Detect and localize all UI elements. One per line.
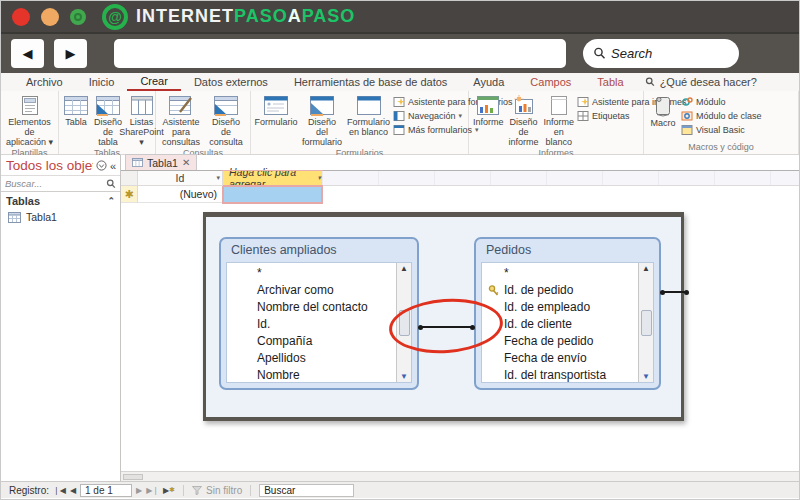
primary-key-icon: [488, 284, 501, 297]
collapse-group-icon[interactable]: ⌃: [107, 196, 115, 206]
field-row[interactable]: Compañía: [227, 333, 396, 350]
application-parts-button[interactable]: Elementos de aplicación ▾: [3, 93, 56, 147]
field-row[interactable]: Apellidos: [227, 350, 396, 367]
document-tab-strip: Tabla1 ✕: [121, 155, 799, 171]
query-wizard-button[interactable]: Asistente para consultas: [158, 93, 204, 147]
scrollbar-thumb[interactable]: [641, 310, 652, 336]
last-record-button[interactable]: ▶❘: [146, 486, 159, 495]
tab-tabla[interactable]: Tabla: [584, 73, 636, 91]
macro-button[interactable]: Macro: [646, 93, 680, 128]
maximize-window-icon[interactable]: [70, 9, 86, 25]
new-record-button[interactable]: ▶✱: [163, 486, 175, 495]
minimize-window-icon[interactable]: [41, 8, 59, 26]
back-button[interactable]: ◀: [11, 39, 44, 68]
horizontal-scrollbar[interactable]: [121, 471, 799, 481]
scrollbar-thumb[interactable]: [123, 474, 143, 480]
column-header-id[interactable]: Id ▾: [138, 171, 223, 186]
new-record-selector[interactable]: ✱: [121, 186, 138, 203]
tab-herramientas[interactable]: Herramientas de base de datos: [281, 73, 460, 91]
scroll-up-icon[interactable]: ▲: [400, 264, 408, 273]
scroll-down-icon[interactable]: ▼: [642, 372, 650, 381]
query-design-button[interactable]: Diseño de consulta: [205, 93, 247, 147]
report-design-button[interactable]: Diseño de informe: [507, 93, 541, 147]
report-design-label: Diseño de informe: [509, 117, 539, 147]
field-row[interactable]: Id.: [227, 316, 396, 333]
next-record-button[interactable]: ▶: [136, 486, 142, 495]
tell-me-search[interactable]: ¿Qué desea hacer?: [645, 76, 757, 88]
dropdown-caret-icon[interactable]: ▾: [317, 174, 321, 182]
labels-icon: [577, 110, 589, 122]
scroll-down-icon[interactable]: ▼: [400, 372, 408, 381]
relationship-diagram-image: Clientes ampliados * Archivar como Nombr…: [203, 212, 684, 421]
field-row[interactable]: *: [482, 265, 638, 282]
blank-form-button[interactable]: Formulario en blanco: [345, 93, 392, 137]
module-icon: [681, 96, 693, 108]
previous-record-button[interactable]: ◀: [70, 486, 76, 495]
pane-menu-icon[interactable]: [96, 160, 107, 171]
diagram-table-pedidos-title: Pedidos: [476, 239, 659, 261]
form-design-button[interactable]: Diseño del formulario: [300, 93, 344, 147]
column-header-add-field[interactable]: Haga clic para agregar ▾: [223, 171, 322, 186]
brand-title: INTERNETPASOAPASO: [136, 6, 355, 27]
id-cell-new[interactable]: (Nuevo): [138, 186, 223, 203]
separator: [250, 485, 251, 496]
field-row[interactable]: Fecha de envío: [482, 350, 638, 367]
tab-campos[interactable]: Campos: [517, 73, 584, 91]
address-bar-input[interactable]: [114, 39, 566, 68]
tab-datos-externos[interactable]: Datos externos: [181, 73, 281, 91]
forward-button[interactable]: ▶: [54, 39, 87, 68]
query-wizard-icon: [168, 95, 194, 116]
field-row[interactable]: Id. del transportista: [482, 367, 638, 382]
table-label: Tabla: [65, 117, 87, 127]
close-tab-icon[interactable]: ✕: [182, 157, 190, 168]
navigation-search[interactable]: Buscar...: [1, 175, 120, 192]
record-position-box[interactable]: 1 de 1: [80, 484, 132, 497]
table-icon: [63, 95, 89, 116]
field-row[interactable]: Id. de cliente: [482, 316, 638, 333]
close-window-icon[interactable]: [12, 8, 30, 26]
field-row[interactable]: Id. de pedido: [482, 282, 638, 299]
pedidos-scrollbar[interactable]: ▲ ▼: [638, 263, 653, 382]
record-search-input[interactable]: Buscar: [259, 484, 354, 497]
class-module-button[interactable]: Módulo de clase: [681, 110, 762, 122]
field-row[interactable]: *: [227, 265, 396, 282]
select-all-cell[interactable]: [121, 171, 138, 186]
nav-item-tabla1[interactable]: Tabla1: [1, 209, 120, 225]
form-design-label: Diseño del formulario: [302, 117, 342, 147]
tab-inicio[interactable]: Inicio: [76, 73, 128, 91]
table-button[interactable]: Tabla: [61, 93, 91, 127]
dropdown-caret-icon[interactable]: ▾: [216, 174, 220, 182]
navigation-search-placeholder: Buscar...: [5, 178, 106, 189]
field-row[interactable]: Nombre del contacto: [227, 299, 396, 316]
tab-ayuda[interactable]: Ayuda: [460, 73, 517, 91]
more-forms-label: Más formularios: [408, 125, 472, 135]
sharepoint-lists-button[interactable]: Listas SharePoint ▾: [125, 93, 158, 147]
field-row[interactable]: Id. de empleado: [482, 299, 638, 316]
first-record-button[interactable]: ❘◀: [53, 486, 66, 495]
field-row[interactable]: Nombre: [227, 367, 396, 382]
nav-item-label: Tabla1: [26, 211, 57, 223]
diagram-table-pedidos: Pedidos * Id. de pedido Id. de empleado …: [474, 237, 661, 390]
filter-state-label[interactable]: Sin filtro: [206, 485, 242, 496]
group-header-tablas[interactable]: Tablas ⌃: [1, 192, 120, 209]
field-row[interactable]: Fecha de pedido: [482, 333, 638, 350]
document-tab-tabla1[interactable]: Tabla1 ✕: [125, 154, 197, 170]
group-label-macros: Macros y código: [646, 141, 796, 154]
shutter-close-icon[interactable]: «: [110, 160, 116, 172]
tab-crear[interactable]: Crear: [127, 73, 181, 91]
navigation-pane-title: Todos los objet...: [6, 158, 93, 173]
report-button[interactable]: Informe: [471, 93, 506, 127]
selected-cell[interactable]: [223, 186, 322, 203]
table-icon: [8, 212, 21, 223]
visual-basic-button[interactable]: Visual Basic: [681, 124, 762, 136]
column-header-id-label: Id: [176, 172, 185, 184]
field-row[interactable]: Archivar como: [227, 282, 396, 299]
scroll-up-icon[interactable]: ▲: [642, 264, 650, 273]
blank-report-button[interactable]: Informe en blanco: [542, 93, 577, 147]
search-box[interactable]: Search: [583, 39, 739, 68]
form-button[interactable]: Formulario: [253, 93, 299, 127]
form-design-icon: [309, 95, 335, 116]
ribbon-tab-bar: Archivo Inicio Crear Datos externos Herr…: [1, 73, 799, 91]
tab-archivo[interactable]: Archivo: [13, 73, 76, 91]
module-button[interactable]: Módulo: [681, 96, 762, 108]
